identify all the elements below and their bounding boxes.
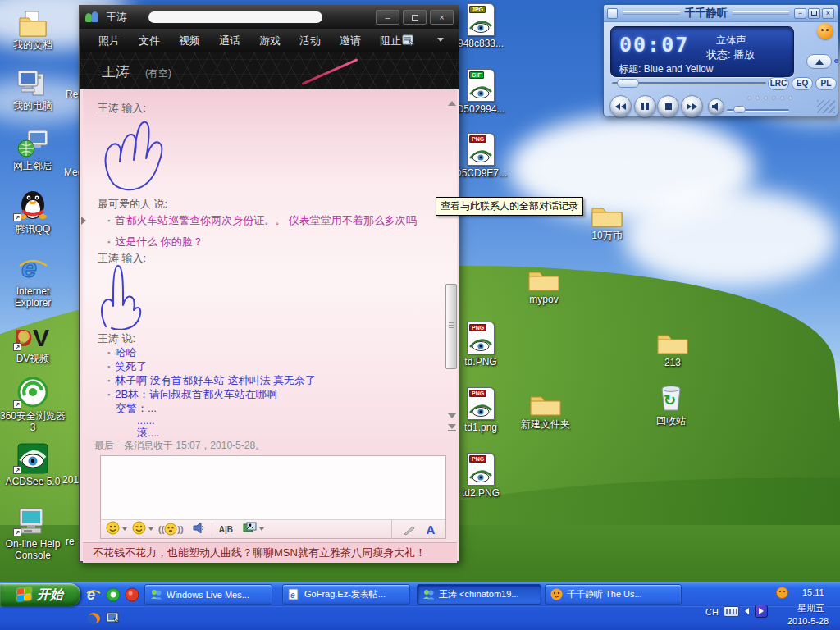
- side-panel-expand-handle[interactable]: [81, 217, 86, 225]
- tray-clock-date: 2010-5-28: [788, 616, 829, 626]
- desktop-icon-dv-video[interactable]: DV ↗ DV视频: [0, 318, 66, 364]
- quicklaunch-360-icon[interactable]: [105, 587, 121, 603]
- equalizer-button[interactable]: EQ: [792, 77, 813, 90]
- mute-button[interactable]: [708, 98, 724, 115]
- player-mode-button[interactable]: [808, 8, 820, 19]
- chevron-down-icon[interactable]: [259, 527, 264, 531]
- desktop-icon-360-browser[interactable]: ↗ 360安全浏览器 3: [0, 376, 66, 433]
- taskbar-button-ttplayer[interactable]: 千千静听 The Us...: [545, 584, 682, 605]
- message-history-pane[interactable]: 王涛 输入: 最可爱的人 说: 首都火车站巡警查你两次身份证。。 仪表堂堂用不着…: [83, 89, 457, 437]
- toolbar-video[interactable]: 视频: [179, 34, 200, 48]
- maximize-button[interactable]: [403, 10, 427, 25]
- redaction-blob: [148, 11, 322, 23]
- desktop-folder[interactable]: 213: [640, 322, 705, 368]
- desktop-icon-network-places[interactable]: 网上邻居: [0, 126, 66, 171]
- chevron-down-icon[interactable]: [122, 527, 127, 531]
- qq-penguin-icon: ↗: [0, 184, 66, 221]
- player-title-bar[interactable]: 千千静听 − ×: [604, 5, 838, 22]
- close-button[interactable]: ×: [430, 10, 454, 25]
- conversation-history-icon[interactable]: [402, 34, 444, 46]
- taskbar-button-windows-live-messenger[interactable]: Windows Live Mes...: [144, 584, 272, 605]
- quicklaunch-show-desktop-icon[interactable]: [105, 609, 121, 626]
- folder-icon: [574, 195, 640, 228]
- player-minimize-button[interactable]: −: [794, 8, 806, 19]
- toolbar-invite[interactable]: 邀请: [340, 34, 361, 48]
- icon-label: 10万币: [574, 230, 640, 241]
- tray-keyboard-icon[interactable]: [724, 606, 739, 617]
- player-app-icon: [607, 8, 618, 19]
- quicklaunch-firefox-icon[interactable]: [85, 609, 102, 626]
- icon-label: On-line Help Console: [0, 538, 69, 561]
- messenger-buddy-icon: [84, 11, 99, 24]
- pause-button[interactable]: [634, 95, 656, 117]
- icon-label: ACDSee 5.0: [0, 476, 66, 487]
- chevron-down-icon[interactable]: [148, 527, 153, 531]
- tray-clock-time[interactable]: 15:11: [802, 587, 824, 597]
- eject-button[interactable]: [806, 54, 832, 69]
- title-ridge: [623, 11, 680, 15]
- scrollbar-thumb[interactable]: [445, 284, 457, 369]
- handwriting-pen-icon[interactable]: [403, 524, 416, 536]
- quicklaunch-internet-explorer-icon[interactable]: e: [85, 587, 102, 603]
- font-format-button[interactable]: A|B: [219, 525, 233, 534]
- folder-icon: [511, 259, 577, 292]
- desktop-icon-my-documents[interactable]: 我的文档: [0, 5, 66, 51]
- window-title: 王涛: [106, 10, 127, 25]
- desktop-icon-online-help-console[interactable]: ↗ On-line Help Console: [0, 504, 66, 561]
- icon-label: 回收站: [638, 415, 704, 427]
- scroll-up-arrow[interactable]: [448, 101, 456, 106]
- toolbar-games[interactable]: 游戏: [259, 34, 281, 48]
- desktop-folder[interactable]: 新建文件夹: [513, 384, 578, 430]
- quicklaunch-security-icon[interactable]: [124, 587, 140, 603]
- my-computer-icon: [0, 66, 66, 98]
- desktop-icon-recycle-bin[interactable]: ↻ 回收站: [638, 381, 704, 427]
- desktop-icon-my-computer[interactable]: 我的电脑: [0, 66, 66, 112]
- tray-language-indicator[interactable]: CH: [705, 607, 719, 617]
- desktop-icon-acdsee[interactable]: ↗ ACDSee 5.0: [0, 441, 66, 487]
- seek-slider-thumb[interactable]: [617, 79, 639, 88]
- message-input[interactable]: [101, 456, 445, 519]
- volume-slider-thumb[interactable]: [733, 106, 746, 113]
- scroll-to-latest-arrow[interactable]: [448, 424, 456, 429]
- player-close-button[interactable]: ×: [822, 8, 834, 19]
- icon-label: mypov: [511, 294, 577, 305]
- resize-grip[interactable]: [817, 100, 835, 113]
- stop-button[interactable]: [657, 95, 679, 117]
- toolbar-files[interactable]: 文件: [139, 34, 160, 48]
- lyrics-button[interactable]: LRC: [768, 77, 789, 90]
- start-button[interactable]: 开始: [0, 583, 80, 606]
- window-title-bar[interactable]: 王涛 – ×: [80, 6, 459, 29]
- wink-picker-button[interactable]: [132, 521, 146, 538]
- playlist-button[interactable]: PL: [815, 77, 837, 90]
- tooltip: 查看与此联系人的全部对话记录: [436, 197, 583, 216]
- desktop-folder[interactable]: mypov: [511, 259, 577, 305]
- tray-hide-icons-chevron[interactable]: [745, 608, 749, 614]
- toolbar-call[interactable]: 通话: [219, 34, 240, 48]
- icon-label: 腾讯QQ: [0, 223, 66, 235]
- voice-clip-button[interactable]: [192, 522, 205, 537]
- minimize-button[interactable]: –: [376, 10, 399, 25]
- toolbar-block[interactable]: 阻止: [380, 34, 401, 48]
- emoticon-picker-button[interactable]: [106, 521, 120, 538]
- desktop-folder[interactable]: 10万币: [574, 195, 640, 241]
- tray-media-player-icon[interactable]: [755, 605, 768, 618]
- previous-track-button[interactable]: [609, 95, 632, 117]
- taskbar-button-gofrag[interactable]: e GoFrag.Ez-发表帖...: [282, 584, 410, 605]
- taskbar-button-label: GoFrag.Ez-发表帖...: [304, 588, 386, 600]
- taskbar-button-wangtao-chat[interactable]: 王涛 <chinatom19...: [417, 584, 541, 605]
- conversation-toolbar: 照片 文件 视频 通话 游戏 活动 邀请 阻止: [80, 29, 459, 52]
- led-indicator: [834, 59, 838, 63]
- toolbar-activities[interactable]: 活动: [299, 34, 321, 48]
- acdsee-icon: ↗: [0, 441, 66, 474]
- scroll-down-arrow[interactable]: [448, 413, 456, 418]
- tray-ttplayer-icon[interactable]: [776, 587, 788, 602]
- desktop-icon-tencent-qq[interactable]: ↗ 腾讯QQ: [0, 184, 66, 235]
- ttplayer-mascot-icon[interactable]: [817, 23, 833, 39]
- next-track-button[interactable]: [681, 95, 703, 117]
- photo-share-button[interactable]: [243, 522, 257, 536]
- nudge-button[interactable]: (( )): [158, 523, 184, 536]
- desktop-icon-internet-explorer[interactable]: e Internet Explorer: [0, 251, 66, 308]
- toolbar-photos[interactable]: 照片: [98, 34, 120, 48]
- text-mode-button[interactable]: A: [426, 523, 435, 536]
- msn-ad-banner[interactable]: 不花钱不花力，也能塑动人曲线？聊聊MSN就有立雅茶八周瘦身大礼！: [83, 542, 457, 563]
